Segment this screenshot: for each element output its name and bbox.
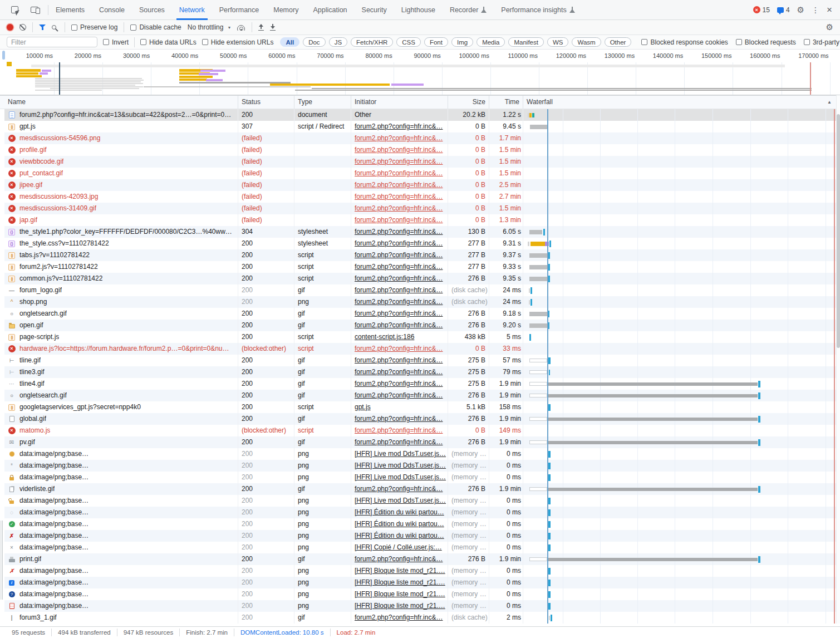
- initiator-link[interactable]: [HFR] Live mod DdsT.user.js…: [355, 497, 446, 504]
- inspect-element-button[interactable]: [9, 4, 20, 16]
- initiator-link[interactable]: forum2.php?config=hfr.inc&…: [355, 356, 443, 364]
- request-row[interactable]: ()tabs.js?v=11102781422200scriptforum2.p…: [4, 249, 836, 261]
- request-row[interactable]: ×mesdiscussions-54596.png(failed)forum2.…: [4, 132, 836, 144]
- left-edge-scrollbar[interactable]: [0, 521, 3, 600]
- initiator-link[interactable]: forum2.php?config=hfr.inc&…: [355, 228, 443, 235]
- device-toolbar-button[interactable]: [29, 4, 40, 16]
- tab-lighthouse[interactable]: Lighthouse: [394, 0, 443, 20]
- filter-pill-css[interactable]: CSS: [396, 37, 421, 47]
- filter-pill-manifest[interactable]: Manifest: [508, 37, 543, 47]
- request-row[interactable]: ()gpt.js307script / Redirectforum2.php?c…: [4, 121, 836, 132]
- initiator-link[interactable]: forum2.php?config=hfr.inc&…: [355, 555, 443, 563]
- initiator-link[interactable]: forum2.php?config=hfr.inc&…: [355, 345, 443, 352]
- initiator-link[interactable]: forum2.php?config=hfr.inc&…: [355, 426, 443, 434]
- filter-pill-wasm[interactable]: Wasm: [572, 37, 601, 47]
- initiator-link[interactable]: forum2.php?config=hfr.inc&…: [355, 193, 443, 200]
- initiator-link[interactable]: forum2.php?config=hfr.inc&…: [355, 380, 443, 387]
- initiator-link[interactable]: forum2.php?config=hfr.inc&…: [355, 251, 443, 259]
- request-row[interactable]: idata:image/png;base…200png[HFR] Bloque …: [4, 577, 836, 588]
- checkbox-blocked-requests[interactable]: Blocked requests: [736, 38, 796, 46]
- initiator-link[interactable]: content-script.js:186: [355, 333, 414, 341]
- column-header-status[interactable]: Status: [238, 96, 294, 109]
- initiator-link[interactable]: forum2.php?config=hfr.inc&…: [355, 146, 443, 154]
- tab-elements[interactable]: Elements: [48, 0, 92, 20]
- initiator-link[interactable]: [HFR] Bloque liste mod_r21.…: [355, 578, 445, 586]
- initiator-link[interactable]: [HFR] Bloque liste mod_r21.…: [355, 567, 445, 575]
- request-row[interactable]: ×jap.gif(failed)forum2.php?config=hfr.in…: [4, 214, 836, 226]
- request-row[interactable]: *data:image/png;base…200png[HFR] Live mo…: [4, 460, 836, 472]
- initiator-link[interactable]: [HFR] Édition du wiki partou…: [355, 520, 444, 528]
- initiator-link[interactable]: forum2.php?config=hfr.inc&…: [355, 485, 443, 493]
- tab-memory[interactable]: Memory: [266, 0, 306, 20]
- network-conditions-icon[interactable]: [237, 24, 245, 31]
- filter-pill-js[interactable]: JS: [329, 37, 347, 47]
- request-row[interactable]: ×matomo.js(blocked:other)scriptforum2.ph…: [4, 425, 836, 436]
- hide-extension-urls-checkbox[interactable]: Hide extension URLs: [202, 38, 274, 46]
- request-row[interactable]: {}the_style.css?v=11102781422200styleshe…: [4, 238, 836, 249]
- initiator-link[interactable]: forum2.php?config=hfr.inc&…: [355, 239, 443, 247]
- initiator-link[interactable]: [HFR] Copié / Collé.user.js:…: [355, 543, 442, 551]
- initiator-link[interactable]: forum2.php?config=hfr.inc&…: [355, 122, 443, 130]
- column-header-time[interactable]: Time: [489, 96, 523, 109]
- requests-table[interactable]: forum2.php?config=hfr.inc&cat=13&subcat=…: [4, 109, 836, 624]
- more-options-icon[interactable]: ⋮: [812, 6, 819, 14]
- filter-pill-doc[interactable]: Doc: [303, 37, 325, 47]
- record-network-log-button[interactable]: [7, 24, 13, 31]
- request-row[interactable]: ⊢tline.gif200gifforum2.php?config=hfr.in…: [4, 355, 836, 366]
- network-overview-timeline[interactable]: 10000 ms20000 ms30000 ms40000 ms50000 ms…: [0, 50, 840, 95]
- column-header-initiator[interactable]: Initiator: [351, 96, 448, 109]
- request-row[interactable]: ✓data:image/png;base…200png[HFR] Édition…: [4, 518, 836, 530]
- overview-drag-handle[interactable]: [2, 51, 5, 60]
- column-header-size[interactable]: Size: [448, 96, 489, 109]
- disable-cache-checkbox[interactable]: Disable cache: [130, 23, 181, 31]
- request-row[interactable]: data:image/png;base…200png[HFR] Live mod…: [4, 448, 836, 460]
- request-row[interactable]: ⊢tline3.gif200gifforum2.php?config=hfr.i…: [4, 366, 836, 378]
- request-row[interactable]: open.gif200gifforum2.php?config=hfr.inc&…: [4, 320, 836, 331]
- request-row[interactable]: {}the_style1.php?color_key=FFFFFF/DEDFDF…: [4, 226, 836, 238]
- initiator-link[interactable]: [HFR] Bloque liste mod_r21.…: [355, 590, 445, 598]
- tab-recorder[interactable]: Recorder: [443, 0, 494, 20]
- request-row[interactable]: print.gif200gifforum2.php?config=hfr.inc…: [4, 553, 836, 565]
- request-row[interactable]: ✗data:image/png;base…200png[HFR] Bloque …: [4, 565, 836, 577]
- initiator-link[interactable]: [HFR] Live mod DdsT.user.js…: [355, 473, 446, 481]
- initiator-link[interactable]: forum2.php?config=hfr.inc&…: [355, 614, 443, 621]
- request-row[interactable]: ×data:image/png;base…200png[HFR] Copié /…: [4, 542, 836, 553]
- request-row[interactable]: ○ongletsearch.gif200gifforum2.php?config…: [4, 308, 836, 320]
- filter-pill-other[interactable]: Other: [605, 37, 632, 47]
- request-row[interactable]: ()page-script.js200scriptcontent-script.…: [4, 331, 836, 343]
- initiator-link[interactable]: forum2.php?config=hfr.inc&…: [355, 298, 443, 306]
- column-header-type[interactable]: Type: [294, 96, 351, 109]
- tab-performance[interactable]: Performance: [212, 0, 267, 20]
- scrollbar-thumb[interactable]: [837, 114, 840, 348]
- initiator-link[interactable]: forum2.php?config=hfr.inc&…: [355, 169, 443, 177]
- initiator-link[interactable]: forum2.php?config=hfr.inc&…: [355, 204, 443, 212]
- clear-network-log-button[interactable]: [19, 24, 26, 31]
- request-row[interactable]: ○ongletsearch.gif200gifforum2.php?config…: [4, 390, 836, 401]
- initiator-link[interactable]: [HFR] Édition du wiki partou…: [355, 508, 444, 516]
- filter-pill-font[interactable]: Font: [424, 37, 448, 47]
- request-row[interactable]: ^shop.png200pngforum2.php?config=hfr.inc…: [4, 296, 836, 308]
- request-row[interactable]: ()googletagservices_gpt.js?secret=npp4k0…: [4, 401, 836, 413]
- filter-pill-img[interactable]: Img: [451, 37, 473, 47]
- request-row[interactable]: ×viewbbcode.gif(failed)forum2.php?config…: [4, 156, 836, 168]
- initiator-link[interactable]: forum2.php?config=hfr.inc&…: [355, 321, 443, 329]
- throttling-dropdown[interactable]: No throttling ▼: [188, 23, 232, 31]
- initiator-link[interactable]: forum2.php?config=hfr.inc&…: [355, 310, 443, 317]
- request-row[interactable]: ×jipee.gif(failed)forum2.php?config=hfr.…: [4, 179, 836, 191]
- checkbox-blocked-response-cookies[interactable]: Blocked response cookies: [641, 38, 728, 46]
- checkbox-3rd-party-requests[interactable]: 3rd-party requests: [804, 38, 840, 46]
- request-row[interactable]: global.gif200gifforum2.php?config=hfr.in…: [4, 413, 836, 425]
- request-row[interactable]: ✉pv.gif200gifforum2.php?config=hfr.inc&……: [4, 436, 836, 448]
- tab-security[interactable]: Security: [355, 0, 394, 20]
- request-row[interactable]: ×put_contact.gif(failed)forum2.php?confi…: [4, 168, 836, 179]
- tab-application[interactable]: Application: [306, 0, 354, 20]
- filter-pill-ws[interactable]: WS: [547, 37, 569, 47]
- request-row[interactable]: data:image/png;base…200png[HFR] Live mod…: [4, 472, 836, 483]
- request-row[interactable]: ×profile.gif(failed)forum2.php?config=hf…: [4, 144, 836, 156]
- import-har-button[interactable]: [258, 24, 264, 31]
- initiator-link[interactable]: forum2.php?config=hfr.inc&…: [355, 158, 443, 165]
- initiator-link[interactable]: forum2.php?config=hfr.inc&…: [355, 274, 443, 282]
- tab-sources[interactable]: Sources: [132, 0, 172, 20]
- search-icon[interactable]: [52, 25, 56, 30]
- console-messages-badge[interactable]: 4: [777, 6, 790, 14]
